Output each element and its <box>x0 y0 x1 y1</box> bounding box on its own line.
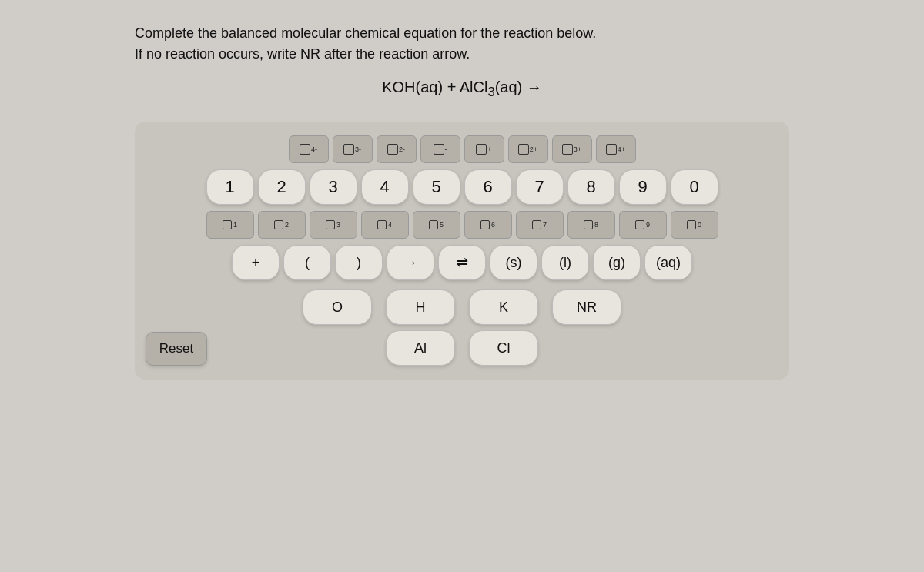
element-col-O: O <box>303 289 372 366</box>
keyboard-area: 4- 3- 2- - + 2+ 3+ 4+ <box>135 122 789 380</box>
digit-key-5[interactable]: 5 <box>413 169 460 205</box>
subdigit-key-8[interactable]: 8 <box>567 211 615 239</box>
sub-label: 0 <box>698 221 701 229</box>
sub-box-icon <box>274 220 283 229</box>
sub-label: 4 <box>388 221 392 229</box>
charge-box-icon <box>518 144 529 155</box>
charge-key-4minus[interactable]: 4- <box>289 135 329 163</box>
sub-label: 6 <box>491 221 495 229</box>
element-key-Al[interactable]: Al <box>386 330 455 366</box>
sub-label: 2 <box>285 221 289 229</box>
subdigit-key-1[interactable]: 1 <box>206 211 254 239</box>
element-key-O[interactable]: O <box>303 289 372 325</box>
digit-key-7[interactable]: 7 <box>516 169 564 205</box>
element-key-K[interactable]: K <box>469 289 538 325</box>
symbol-key-liquid[interactable]: (l) <box>541 245 589 280</box>
instruction-line2: If no reaction occurs, write NR after th… <box>135 46 470 62</box>
reset-area: Reset <box>146 332 207 366</box>
sub-box-icon <box>532 220 541 229</box>
digit-key-0[interactable]: 0 <box>671 169 718 205</box>
symbol-key-close-paren[interactable]: ) <box>335 245 383 280</box>
symbol-key-equilibrium[interactable]: ⇌ <box>438 245 486 280</box>
symbol-key-solid[interactable]: (s) <box>490 245 537 280</box>
symbol-row: + ( ) → ⇌ (s) (l) (g) (aq) <box>232 245 692 280</box>
page-container: Complete the balanced molecular chemical… <box>135 23 789 380</box>
subdigit-key-4[interactable]: 4 <box>361 211 409 239</box>
element-columns: O H Al K Cl NR <box>303 289 621 366</box>
sub-box-icon <box>584 220 593 229</box>
instruction-line1: Complete the balanced molecular chemical… <box>135 25 596 41</box>
charge-box-icon <box>300 144 310 155</box>
charge-box-icon <box>434 144 444 155</box>
charge-key-minus[interactable]: - <box>420 135 460 163</box>
symbol-key-gas[interactable]: (g) <box>593 245 641 280</box>
sub-label: 1 <box>233 221 237 229</box>
sub-box-icon <box>429 220 438 229</box>
digit-key-1[interactable]: 1 <box>206 169 254 205</box>
charge-row: 4- 3- 2- - + 2+ 3+ 4+ <box>289 135 636 163</box>
subdigit-key-7[interactable]: 7 <box>516 211 564 239</box>
element-col-NR: NR <box>552 289 621 366</box>
element-key-NR[interactable]: NR <box>552 289 621 325</box>
subdigit-key-0[interactable]: 0 <box>671 211 718 239</box>
element-key-Cl[interactable]: Cl <box>469 330 538 366</box>
reset-button[interactable]: Reset <box>146 332 207 366</box>
bottom-section: Reset O H Al K Cl <box>146 289 778 366</box>
subdigit-key-2[interactable]: 2 <box>258 211 306 239</box>
equation-text: KOH(aq) + AlCl3(aq) → <box>382 79 542 95</box>
digit-key-9[interactable]: 9 <box>619 169 667 205</box>
digit-key-2[interactable]: 2 <box>258 169 306 205</box>
symbol-key-open-paren[interactable]: ( <box>283 245 331 280</box>
sub-box-icon <box>223 220 232 229</box>
sub-box-icon <box>326 220 335 229</box>
charge-key-4plus[interactable]: 4+ <box>596 135 636 163</box>
digit-key-4[interactable]: 4 <box>361 169 409 205</box>
digit-key-6[interactable]: 6 <box>464 169 512 205</box>
sub-label: 9 <box>646 221 650 229</box>
symbol-key-arrow[interactable]: → <box>387 245 434 280</box>
digit-row: 1 2 3 4 5 6 7 8 9 0 <box>206 169 718 205</box>
digit-key-8[interactable]: 8 <box>567 169 615 205</box>
symbol-key-plus[interactable]: + <box>232 245 280 280</box>
reset-label: Reset <box>159 341 193 356</box>
charge-box-icon <box>606 144 617 155</box>
subdigit-key-6[interactable]: 6 <box>464 211 512 239</box>
charge-box-icon <box>562 144 573 155</box>
charge-key-3plus[interactable]: 3+ <box>552 135 592 163</box>
sub-box-icon <box>377 220 387 229</box>
sub-box-icon <box>480 220 490 229</box>
sub-label: 5 <box>440 221 444 229</box>
sub-label: 3 <box>336 221 340 229</box>
symbol-key-aqueous[interactable]: (aq) <box>644 245 692 280</box>
charge-box-icon <box>476 144 487 155</box>
charge-key-plus[interactable]: + <box>464 135 504 163</box>
element-col-K-Cl: K Cl <box>469 289 538 366</box>
element-col-H-Al: H Al <box>386 289 455 366</box>
charge-box-icon <box>343 144 354 155</box>
sub-label: 8 <box>594 221 598 229</box>
element-key-H[interactable]: H <box>386 289 455 325</box>
subdigit-key-9[interactable]: 9 <box>619 211 667 239</box>
sub-box-icon <box>687 220 696 229</box>
equation-display: KOH(aq) + AlCl3(aq) → <box>135 79 789 100</box>
charge-key-2plus[interactable]: 2+ <box>508 135 548 163</box>
subdigit-key-5[interactable]: 5 <box>413 211 460 239</box>
charge-key-3minus[interactable]: 3- <box>333 135 373 163</box>
digit-key-3[interactable]: 3 <box>310 169 357 205</box>
sub-label: 7 <box>543 221 547 229</box>
instructions-block: Complete the balanced molecular chemical… <box>135 23 789 65</box>
subdigit-row: 1 2 3 4 5 6 7 8 9 0 <box>206 211 718 239</box>
charge-key-2minus[interactable]: 2- <box>377 135 417 163</box>
charge-box-icon <box>387 144 398 155</box>
sub-box-icon <box>635 220 644 229</box>
subdigit-key-3[interactable]: 3 <box>310 211 357 239</box>
